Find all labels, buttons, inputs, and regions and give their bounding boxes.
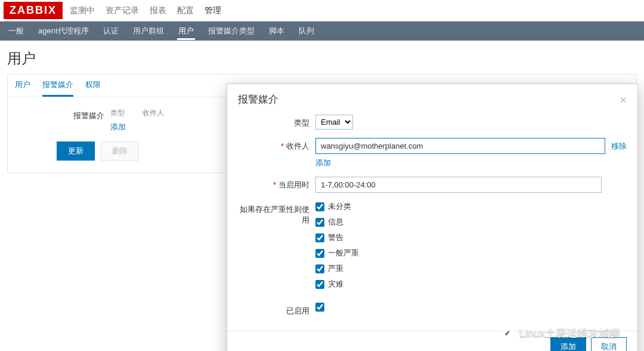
- topmenu-config[interactable]: 配置: [177, 5, 194, 16]
- severity-average[interactable]: [315, 249, 324, 258]
- severity-not-classified[interactable]: [315, 202, 324, 211]
- topmenu-inventory[interactable]: 资产记录: [106, 5, 139, 16]
- label-recipient: *收件人: [238, 138, 315, 152]
- submenu-general[interactable]: 一般: [7, 22, 25, 40]
- topmenu-reports[interactable]: 报表: [150, 5, 166, 16]
- tab-user[interactable]: 用户: [15, 79, 30, 97]
- label-when-active: *当启用时: [238, 177, 315, 190]
- col-recipient: 收件人: [143, 108, 164, 118]
- type-select[interactable]: Email: [315, 115, 353, 130]
- media-label: 报警媒介: [15, 108, 110, 121]
- modal-add-button[interactable]: 添加: [550, 337, 586, 351]
- submenu-mediatypes[interactable]: 报警媒介类型: [207, 22, 256, 40]
- topmenu-admin[interactable]: 管理: [205, 5, 221, 16]
- page-title: 用户: [0, 41, 644, 74]
- delete-button: 删除: [101, 141, 139, 161]
- recipient-input[interactable]: [315, 138, 605, 154]
- submenu-proxies[interactable]: agent代理程序: [37, 22, 90, 40]
- sub-menu: 一般 agent代理程序 认证 用户群组 用户 报警媒介类型 脚本 队列: [0, 21, 644, 41]
- severity-high[interactable]: [315, 264, 324, 273]
- when-active-input[interactable]: [315, 177, 602, 193]
- modal-cancel-button[interactable]: 取消: [591, 337, 627, 351]
- remove-recipient-link[interactable]: 移除: [611, 141, 627, 152]
- submenu-usergroups[interactable]: 用户群组: [132, 22, 165, 40]
- submenu-users[interactable]: 用户: [177, 22, 195, 40]
- add-recipient-link[interactable]: 添加: [315, 158, 331, 167]
- tab-permissions[interactable]: 权限: [85, 79, 101, 97]
- topmenu-monitoring[interactable]: 监测中: [70, 5, 95, 16]
- top-bar: ZABBIX 监测中 资产记录 报表 配置 管理: [0, 0, 644, 21]
- tab-media[interactable]: 报警媒介: [42, 79, 73, 97]
- severity-disaster[interactable]: [315, 280, 324, 289]
- logo: ZABBIX: [4, 2, 63, 19]
- submenu-queue[interactable]: 队列: [298, 22, 315, 40]
- severity-information[interactable]: [315, 218, 324, 227]
- severity-group: 未分类 信息 警告 一般严重 严重 灾难: [315, 201, 627, 294]
- close-icon[interactable]: ×: [620, 94, 627, 106]
- enabled-checkbox[interactable]: [315, 303, 324, 312]
- update-button[interactable]: 更新: [57, 141, 95, 161]
- severity-warning[interactable]: [315, 233, 324, 242]
- col-type: 类型: [110, 108, 125, 118]
- submenu-scripts[interactable]: 脚本: [268, 22, 286, 40]
- top-menu: 监测中 资产记录 报表 配置 管理: [70, 5, 221, 16]
- label-type: 类型: [238, 115, 315, 128]
- submenu-auth[interactable]: 认证: [102, 22, 120, 40]
- modal-title: 报警媒介: [238, 93, 278, 106]
- media-modal: 报警媒介 × 类型 Email *收件人 移除 添加 *当启用时: [227, 84, 638, 351]
- label-severity: 如果存在严重性则使用: [238, 201, 315, 226]
- add-media-link[interactable]: 添加: [110, 122, 126, 131]
- label-enabled: 已启用: [238, 303, 315, 316]
